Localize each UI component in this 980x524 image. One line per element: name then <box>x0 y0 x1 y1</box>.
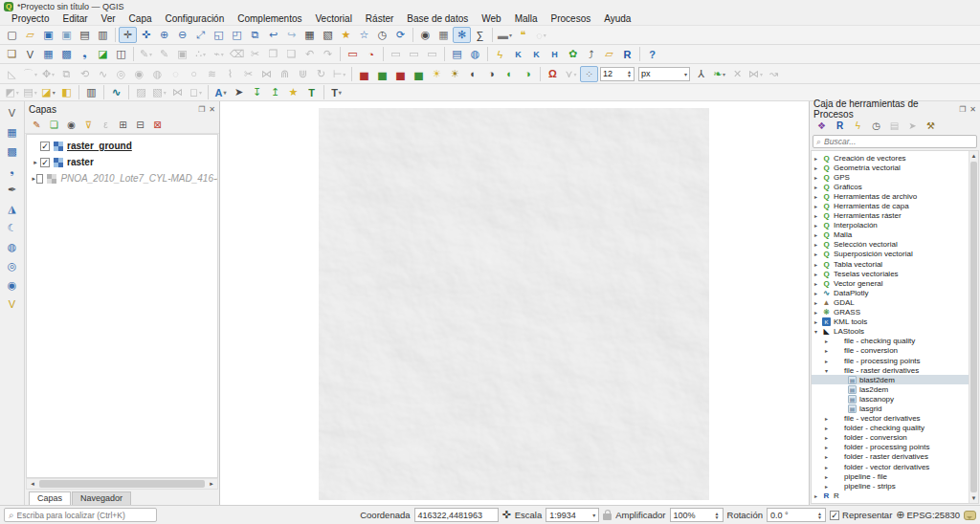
trim-extend-button[interactable]: ⊢ <box>330 66 348 82</box>
zoom-out-button[interactable]: ⊖ <box>173 27 191 43</box>
snapping-grid-button[interactable]: ⁘ <box>580 66 598 82</box>
expander-icon[interactable]: ▸ <box>814 251 822 257</box>
layer-checkbox[interactable]: ✓ <box>40 158 50 167</box>
menu-item[interactable]: Editar <box>56 13 93 24</box>
offset-curve-button[interactable]: ≋ <box>203 66 221 82</box>
fill-ring-button[interactable]: ◍ <box>148 66 167 82</box>
add-delimited-text-layer-button[interactable]: ❟ <box>3 162 22 179</box>
mesh-tool-button-2[interactable]: ◻ <box>187 84 205 100</box>
plugin-button[interactable]: ✿ <box>564 46 582 62</box>
open-project-button[interactable]: ▱ <box>21 27 39 43</box>
highlight-labels-button[interactable]: ★ <box>284 84 302 100</box>
menu-item[interactable]: Web <box>476 13 506 24</box>
remove-layer-button[interactable]: ⊠ <box>149 118 166 132</box>
statistical-summary-button[interactable]: ∑ <box>471 27 489 43</box>
python-scripts-button[interactable]: ϟ <box>850 119 866 133</box>
locator-search[interactable]: ⌕ <box>4 508 157 522</box>
toolbox-interpolacion[interactable]: ▸ Interpolación <box>812 221 969 230</box>
scroll-down-icon[interactable]: ▼ <box>969 493 978 503</box>
add-ring-button[interactable]: ◎ <box>112 66 130 82</box>
spinner-arrows-icon[interactable]: ▲▼ <box>817 512 822 519</box>
toolbox-alg-lascanopy[interactable]: lascanopy <box>812 394 969 404</box>
mouse-extent-toggle-icon[interactable]: ✜ <box>502 509 511 521</box>
zoom-to-layer-button[interactable]: ◰ <box>228 27 246 43</box>
toolbox-herramientas-raster[interactable]: ▸ Herramientas ráster <box>812 211 969 221</box>
add-spatialite-layer-button[interactable]: ☾ <box>3 219 22 236</box>
menu-item[interactable]: Malla <box>509 13 544 24</box>
layer-raster_ground[interactable]: ✓ raster_ground <box>27 138 217 154</box>
paste-features-button[interactable]: ❏ <box>282 46 301 62</box>
dataplotly-button[interactable]: ∿ <box>107 84 125 100</box>
data-source-manager-button[interactable]: ❏ <box>3 46 21 62</box>
add-wcs-layer-button[interactable]: ◉ <box>3 276 22 294</box>
pan-to-selection-button[interactable]: ✜ <box>137 27 155 43</box>
rotation-spinbox[interactable]: 0.0 ° ▲▼ <box>767 508 826 522</box>
add-wfs-layer-button[interactable]: ◎ <box>3 257 22 274</box>
expander-icon[interactable]: ▸ <box>814 502 822 504</box>
toolbox-seleccion-vectorial[interactable]: ▸ Selección vectorial <box>812 240 969 250</box>
increase-gamma-button[interactable]: ◐ <box>501 66 519 82</box>
new-geopackage-layer-button[interactable]: ◪ <box>94 46 112 62</box>
models-button[interactable]: ❖ <box>813 119 830 133</box>
expander-icon[interactable]: ▸ <box>814 231 822 238</box>
snapping-tolerance-spinbox[interactable]: 12 ▲▼ <box>600 67 635 81</box>
show-bookmarks-button[interactable]: ☆ <box>355 27 373 43</box>
expander-icon[interactable]: ▸ <box>814 184 822 190</box>
database-button[interactable]: ▥ <box>82 84 100 100</box>
raster-tool-button-1[interactable]: ▨ <box>132 84 150 100</box>
expander-icon[interactable]: ▸ <box>814 261 822 268</box>
toolbox-folder-vector-derivatives[interactable]: ▸ folder - vector derivatives <box>812 462 969 471</box>
enable-advanced-digitizing-button[interactable]: ◺ <box>3 66 21 82</box>
merge-features-button[interactable]: ⋒ <box>276 66 294 82</box>
r-scripts-button[interactable]: R <box>832 119 848 133</box>
expander-icon[interactable]: ▸ <box>825 434 833 441</box>
new-shapefile-layer-button[interactable]: ◫ <box>112 46 130 62</box>
zoom-last-button[interactable]: ↩ <box>264 27 282 43</box>
toolbox-geometria-vectorial[interactable]: ▸ Geometría vectorial <box>812 163 969 172</box>
crs-indicator[interactable]: ⊕ EPSG:25830 <box>896 509 960 521</box>
render-toggle[interactable]: ✓ Representar <box>830 510 892 520</box>
rotate-feature-button[interactable]: ⟲ <box>76 66 94 82</box>
temporal-controller-button[interactable]: ◷ <box>373 27 391 43</box>
open-attribute-table-button[interactable]: ▦ <box>434 27 453 43</box>
simplify-feature-button[interactable]: ∿ <box>94 66 112 82</box>
toggle-editing-button[interactable]: ✎ <box>155 46 173 62</box>
menu-item[interactable]: Ver <box>96 13 122 24</box>
add-raster-layer-button[interactable]: ▦ <box>3 123 22 141</box>
zoom-native-resolution-button[interactable]: ⧉ <box>246 27 264 43</box>
locator-input[interactable] <box>17 511 152 520</box>
expander-icon[interactable]: ▸ <box>825 453 833 460</box>
add-vector-layer-button[interactable]: V <box>3 104 22 121</box>
toolbox-search-input[interactable] <box>824 137 973 146</box>
toolbox-graficos[interactable]: ▸ Gráficos <box>812 182 969 191</box>
options-button[interactable]: ⚒ <box>923 119 939 133</box>
toolbox-file-vector-derivatives[interactable]: ▸ file - vector derivatives <box>812 414 969 424</box>
merge-attributes-button[interactable]: ⋓ <box>294 66 312 82</box>
filter-legend-button[interactable]: ⊽ <box>80 118 97 132</box>
spinner-arrows-icon[interactable]: ▲▼ <box>715 512 720 519</box>
toolbox-alg-lasgrid[interactable]: lasgrid <box>812 404 969 413</box>
scroll-left-icon[interactable]: ◂ <box>27 480 38 488</box>
pan-map-button[interactable]: ✛ <box>119 27 137 43</box>
zoom-full-button[interactable]: ⤢ <box>191 27 210 43</box>
annotation-toolbar-button[interactable]: ◌ <box>532 27 550 43</box>
enable-snapping-button[interactable]: Ω <box>544 66 562 82</box>
toolbox-gps[interactable]: ▸ GPS <box>812 172 969 182</box>
menu-item[interactable]: Ráster <box>360 13 399 24</box>
add-vector-tile-layer-button[interactable]: ◮ <box>3 200 22 217</box>
menu-item[interactable]: Complementos <box>232 13 307 24</box>
horizontal-scrollbar[interactable]: ◂ ▸ <box>26 478 218 490</box>
snapping-unit-combo[interactable]: px ▾ <box>638 67 690 81</box>
delete-part-button[interactable]: ○ <box>185 66 203 82</box>
expand-all-button[interactable]: ⊞ <box>115 118 131 132</box>
expander-icon[interactable]: ▸ <box>814 290 822 296</box>
kmz-export-button[interactable]: K <box>527 46 546 62</box>
expander-icon[interactable]: ▸ <box>814 241 822 248</box>
layer-pnoa[interactable]: ▸ PNOA_2010_Lote7_CYL-MAD_416-4484_ORT-C… <box>27 170 217 186</box>
deselect-all-button[interactable]: ◪ <box>39 84 57 100</box>
redo-button[interactable]: ↷ <box>319 46 337 62</box>
save-project-as-button[interactable]: ▣ <box>57 27 76 43</box>
expander-icon[interactable]: ▸ <box>825 425 833 431</box>
manage-map-themes-button[interactable]: ◉ <box>63 118 79 132</box>
messages-icon[interactable] <box>964 511 976 520</box>
